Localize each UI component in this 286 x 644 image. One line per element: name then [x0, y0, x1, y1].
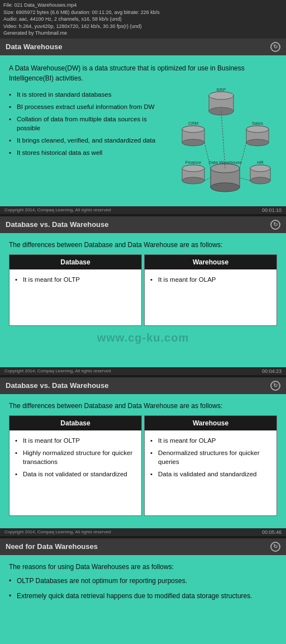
dw-diagram-svg: ERP CRM Sales: [171, 84, 280, 193]
section-1-footer: Copyright 2014, Compaq Learning, All rig…: [0, 206, 286, 214]
audio-info: Audio: aac, 44100 Hz, 2 channels, s16, 5…: [3, 16, 283, 23]
bullet-1-4: It brings cleaned, verified, and standar…: [9, 136, 165, 145]
svg-point-23: [211, 183, 240, 192]
svg-text:Finance: Finance: [185, 160, 202, 165]
section-3-copyright: Copyright 2014, Compaq Learning, All rig…: [4, 529, 111, 534]
db-header-2: Database: [9, 416, 141, 430]
wh-column-2: Warehouse It is meant for OLAP Denormali…: [144, 415, 277, 516]
svg-line-31: [204, 143, 211, 168]
section-3-footer: Copyright 2014, Compaq Learning, All rig…: [0, 528, 286, 536]
section-2-content: The differences between Database and Dat…: [0, 233, 286, 367]
wh-body-1: It is meant for OLAP: [145, 269, 277, 325]
db-bullet-2-1: It is meant for OLTP: [15, 436, 136, 445]
video-info: Video: h.264, yuv420p, 1280x720, 162 kb/…: [3, 23, 283, 30]
section-2: Database vs. Data Warehouse ↻ The differ…: [0, 216, 286, 375]
section-2-title: Database vs. Data Warehouse: [6, 220, 108, 229]
bullet-1-2: BI processes extract useful information …: [9, 102, 165, 111]
section-3-title: Database vs. Data Warehouse: [6, 381, 108, 390]
wh-body-2: It is meant for OLAP Denormalized struct…: [145, 430, 277, 515]
svg-line-34: [240, 178, 250, 181]
section-4: Need for Data Warehouses ↻ The reasons f…: [0, 538, 286, 644]
wh-header-1: Warehouse: [145, 255, 277, 269]
db-bullet-2-2: Highly normalized structure for quicker …: [15, 448, 136, 466]
section-2-intro: The differences between Database and Dat…: [9, 241, 277, 249]
section-3: Database vs. Data Warehouse ↻ The differ…: [0, 377, 286, 536]
section-3-intro: The differences between Database and Dat…: [9, 402, 277, 410]
db-column-1: Database It is meant for OLTP: [9, 254, 142, 326]
section-3-refresh-icon[interactable]: ↻: [270, 381, 280, 391]
wh-header-2: Warehouse: [145, 416, 277, 430]
svg-point-4: [209, 92, 233, 100]
section-4-title: Need for Data Warehouses: [6, 542, 98, 551]
svg-line-32: [240, 143, 246, 168]
section-1-bullets: It is stored in standard databases BI pr…: [9, 90, 165, 161]
svg-point-13: [246, 139, 269, 146]
comparison-table-1: Database It is meant for OLTP Warehouse …: [9, 254, 277, 326]
db-bullet-1-1: It is meant for OLTP: [15, 275, 136, 284]
db-body-1: It is meant for OLTP: [9, 269, 141, 325]
comparison-table-2: Database It is meant for OLTP Highly nor…: [9, 415, 277, 516]
section-2-copyright: Copyright 2014, Compaq Learning, All rig…: [4, 368, 111, 373]
svg-point-28: [250, 177, 270, 184]
dw-diagram: ERP CRM Sales: [171, 84, 277, 193]
section-3-header: Database vs. Data Warehouse ↻: [0, 377, 286, 394]
file-size: Size: 6905972 bytes (6.6 MB) duration: 0…: [3, 9, 283, 16]
svg-point-18: [182, 177, 204, 184]
db-body-2: It is meant for OLTP Highly normalized s…: [9, 430, 141, 515]
section-1: Data Warehouse ↻ A Data Warehouse(DW) is…: [0, 39, 286, 214]
svg-text:CRM: CRM: [188, 121, 199, 126]
section-1-timestamp: 00:01:10: [262, 207, 282, 213]
section-3-content: The differences between Database and Dat…: [0, 394, 286, 528]
section-1-content: A Data Warehouse(DW) is a data structure…: [0, 55, 286, 206]
section-1-refresh-icon[interactable]: ↻: [270, 42, 280, 52]
section-2-timestamp: 00:04:23: [262, 368, 282, 374]
section-3-timestamp: 00:05:46: [262, 529, 282, 535]
section-2-header: Database vs. Data Warehouse ↻: [0, 216, 286, 233]
db-column-2: Database It is meant for OLTP Highly nor…: [9, 415, 142, 516]
section-2-refresh-icon[interactable]: ↻: [270, 220, 280, 230]
bullet-1-3: Collation of data from multiple data sou…: [9, 115, 165, 132]
section-4-content: The reasons for using Data Warehouses ar…: [0, 555, 286, 644]
section-1-header: Data Warehouse ↻: [0, 39, 286, 55]
svg-text:Sales: Sales: [252, 121, 263, 126]
wh-bullet-2-2: Denormalized structures for quicker quer…: [150, 448, 271, 466]
generated-by: Generated by Thumbnail.me: [3, 30, 283, 37]
svg-point-29: [250, 165, 270, 172]
bullet-1-1: It is stored in standard databases: [9, 90, 165, 99]
svg-point-9: [182, 126, 204, 132]
file-path: File: 021 Data_Warehouses.mp4: [3, 2, 283, 9]
section-4-refresh-icon[interactable]: ↻: [270, 542, 280, 552]
wh-bullet-2-3: Data is validated and standardized: [150, 470, 271, 479]
svg-point-14: [246, 126, 269, 132]
section-1-copyright: Copyright 2014, Compaq Learning, All rig…: [4, 207, 111, 212]
section-4-header: Need for Data Warehouses ↻: [0, 538, 286, 555]
section-1-title: Data Warehouse: [6, 42, 62, 51]
svg-line-33: [204, 178, 211, 181]
db-bullet-2-3: Data is not validated or standardized: [15, 470, 136, 479]
file-info-bar: File: 021 Data_Warehouses.mp4 Size: 6905…: [0, 0, 286, 39]
section-2-footer: Copyright 2014, Compaq Learning, All rig…: [0, 367, 286, 375]
wh-column-1: Warehouse It is meant for OLAP: [144, 254, 277, 326]
bullet-1-5: It stores historical data as well: [9, 148, 165, 157]
svg-text:HR: HR: [257, 160, 264, 165]
svg-point-8: [182, 139, 204, 146]
db-header-1: Database: [9, 255, 141, 269]
wh-bullet-2-1: It is meant for OLAP: [150, 436, 271, 445]
need-bullet-2: Extremely quick data retrieval happens d…: [9, 591, 277, 601]
section-1-intro: A Data Warehouse(DW) is a data structure…: [9, 63, 277, 83]
svg-point-19: [182, 165, 204, 172]
section-4-intro: The reasons for using Data Warehouses ar…: [9, 563, 277, 571]
wh-bullet-1-1: It is meant for OLAP: [150, 275, 271, 284]
need-bullet-1: OLTP Databases are not optimum for repor…: [9, 576, 277, 586]
section-4-bullets: OLTP Databases are not optimum for repor…: [9, 576, 277, 601]
watermark: www.cg-ku.com: [9, 326, 277, 350]
